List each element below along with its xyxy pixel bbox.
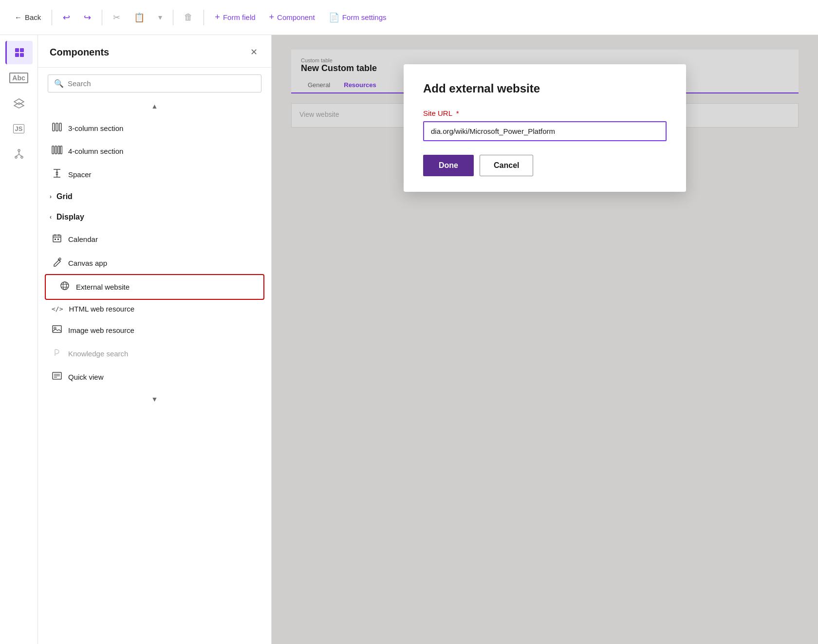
svg-rect-12	[53, 123, 55, 131]
grid-chevron-icon: ›	[50, 193, 52, 200]
add-component-button[interactable]: + Component	[264, 9, 320, 25]
layers-icon	[13, 97, 25, 109]
done-button[interactable]: Done	[423, 155, 474, 176]
list-item-quickview[interactable]: Quick view	[38, 366, 271, 388]
list-item-spacer[interactable]: Spacer	[38, 163, 271, 186]
site-url-label: Site URL *	[423, 109, 667, 117]
svg-marker-4	[14, 99, 24, 105]
display-chevron-icon: ‹	[50, 214, 52, 221]
sidebar-item-layers[interactable]	[5, 92, 33, 115]
undo-button[interactable]: ↩	[58, 9, 75, 26]
add-form-field-button[interactable]: + Form field	[210, 9, 260, 25]
cancel-button[interactable]: Cancel	[480, 155, 533, 176]
modal-overlay: Add external website Site URL * Done Can…	[272, 35, 818, 644]
back-label: Back	[25, 13, 41, 21]
list-item-image[interactable]: Image web resource	[38, 319, 271, 342]
sidebar-item-text[interactable]: Abc	[5, 66, 33, 90]
sidebar-item-js[interactable]: JS	[5, 117, 33, 140]
list-item-external-website[interactable]: External website	[46, 275, 263, 299]
components-title: Components	[50, 47, 109, 58]
back-arrow-icon: ←	[15, 13, 22, 21]
4col-label: 4-column section	[68, 147, 123, 155]
svg-point-8	[21, 156, 23, 158]
components-header: Components ✕	[38, 35, 271, 68]
scroll-down-arrow[interactable]: ▼	[38, 392, 271, 406]
svg-point-6	[18, 149, 20, 151]
js-icon: JS	[13, 124, 25, 133]
chevron-down-icon: ▾	[158, 13, 162, 22]
svg-rect-28	[55, 239, 56, 240]
svg-point-31	[59, 258, 61, 260]
quickview-label: Quick view	[68, 373, 104, 381]
close-button[interactable]: ✕	[248, 45, 260, 59]
required-mark: *	[456, 109, 459, 117]
svg-rect-18	[60, 146, 62, 154]
cut-button[interactable]: ✂	[108, 9, 125, 26]
components-list: 3-column section 4-column section Spacer	[38, 113, 271, 392]
toolbar: ← Back ↩ ↪ ✂ 📋 ▾ 🗑 + Form field + Compon…	[0, 0, 818, 35]
globe-icon	[59, 281, 70, 293]
form-settings-label: Form settings	[342, 13, 387, 21]
scroll-up-arrow[interactable]: ▲	[38, 99, 271, 113]
redo-button[interactable]: ↪	[79, 9, 96, 26]
form-settings-button[interactable]: 📄 Form settings	[324, 9, 391, 26]
image-label: Image web resource	[68, 326, 134, 334]
modal-actions: Done Cancel	[423, 155, 667, 176]
main-layout: Abc JS Components ✕	[0, 35, 818, 644]
canvas-icon	[52, 257, 62, 269]
grid-icon	[14, 47, 25, 58]
svg-line-10	[16, 154, 19, 156]
search-input[interactable]	[68, 79, 255, 88]
svg-rect-13	[56, 123, 58, 131]
content-area: Custom table New Custom table General Re…	[272, 35, 818, 644]
list-item-canvas[interactable]: Canvas app	[38, 251, 271, 275]
toolbar-separator	[52, 10, 52, 25]
modal-title: Add external website	[423, 82, 667, 95]
knowledge-label: Knowledge search	[68, 350, 128, 358]
cut-icon: ✂	[113, 12, 120, 23]
svg-rect-36	[53, 326, 61, 332]
svg-line-11	[19, 154, 22, 156]
component-label: Component	[277, 13, 315, 21]
toolbar-separator-3	[173, 10, 173, 25]
quickview-icon	[52, 371, 62, 383]
undo-icon: ↩	[63, 12, 70, 23]
display-section-header[interactable]: ‹ Display	[38, 207, 271, 227]
form-field-label: Form field	[223, 13, 256, 21]
grid-section-header[interactable]: › Grid	[38, 186, 271, 207]
svg-marker-22	[56, 171, 58, 173]
grid-section-label: Grid	[56, 192, 73, 201]
text-icon: Abc	[9, 73, 28, 83]
list-item-calendar[interactable]: Calendar	[38, 227, 271, 251]
sidebar-item-grid[interactable]	[5, 41, 33, 64]
svg-rect-1	[20, 48, 24, 52]
svg-rect-3	[20, 53, 24, 57]
components-list-wrap: ▲ 3-column section 4-column section	[38, 99, 271, 644]
tree-icon	[13, 148, 25, 160]
canvas-label: Canvas app	[68, 259, 107, 267]
html-icon: </>	[52, 305, 63, 313]
toolbar-separator-4	[204, 10, 204, 25]
svg-point-37	[54, 327, 56, 329]
list-item-3col[interactable]: 3-column section	[38, 117, 271, 140]
3col-label: 3-column section	[68, 124, 123, 132]
svg-rect-2	[15, 53, 19, 57]
list-item-4col[interactable]: 4-column section	[38, 140, 271, 163]
plus-icon-2: +	[269, 12, 275, 22]
external-website-label: External website	[76, 283, 130, 291]
back-button[interactable]: ← Back	[10, 10, 46, 24]
svg-rect-24	[53, 235, 61, 242]
components-panel: Components ✕ 🔍 ▲ 3-column section	[38, 35, 272, 644]
html-label: HTML web resource	[69, 305, 134, 313]
search-box[interactable]: 🔍	[48, 74, 261, 92]
paste-icon: 📋	[134, 12, 145, 23]
svg-rect-29	[57, 239, 59, 240]
delete-button[interactable]: 🗑	[179, 9, 198, 25]
paste-button[interactable]: 📋	[129, 9, 149, 26]
list-item-html[interactable]: </> HTML web resource	[38, 299, 271, 319]
plus-icon: +	[215, 12, 220, 22]
list-item-knowledge: Knowledge search	[38, 342, 271, 366]
dropdown-button[interactable]: ▾	[153, 10, 167, 25]
site-url-input[interactable]	[423, 121, 667, 141]
sidebar-item-tree[interactable]	[5, 142, 33, 166]
